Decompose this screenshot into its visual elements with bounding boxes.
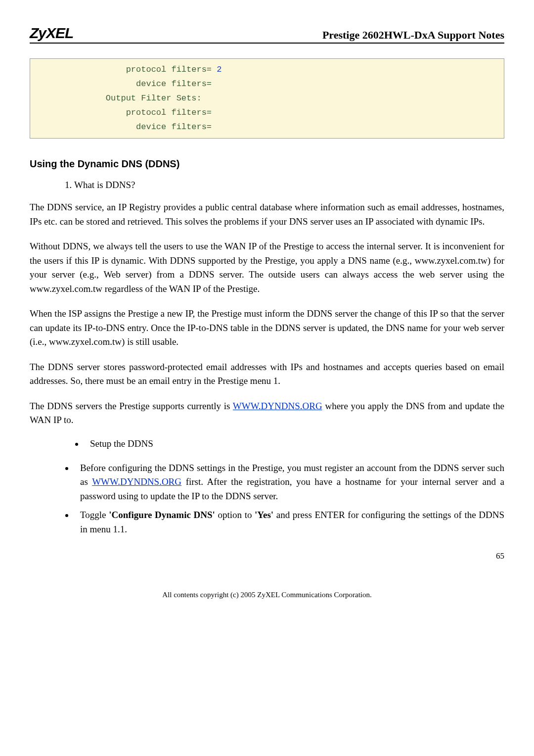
list-item: Toggle 'Configure Dynamic DNS' option to…: [74, 508, 504, 536]
page-title: Prestige 2602HWL-DxA Support Notes: [322, 29, 504, 42]
paragraph: Without DDNS, we always tell the users t…: [30, 239, 504, 296]
text-run: option to: [215, 510, 255, 520]
bullet-list: Setup the DDNS: [64, 438, 504, 449]
list-item: What is DDNS?: [74, 180, 504, 190]
code-line: device filters=: [35, 120, 499, 135]
code-line: protocol filters=: [35, 65, 217, 74]
numbered-list: What is DDNS?: [54, 180, 504, 190]
section-heading: Using the Dynamic DNS (DDNS): [30, 158, 504, 170]
paragraph: The DDNS service, an IP Registry provide…: [30, 200, 504, 229]
copyright-footer: All contents copyright (c) 2005 ZyXEL Co…: [30, 591, 504, 599]
page-header: ZyXEL Prestige 2602HWL-DxA Support Notes: [30, 25, 504, 44]
code-line: device filters=: [35, 77, 499, 92]
paragraph: The DDNS server stores password-protecte…: [30, 360, 504, 388]
paragraph: The DDNS servers the Prestige supports c…: [30, 399, 504, 427]
text-run: Toggle: [80, 510, 109, 520]
brand-logo: ZyXEL: [30, 25, 73, 42]
code-line: protocol filters=: [35, 106, 499, 120]
list-item: Setup the DDNS: [84, 438, 504, 449]
bold-text: 'Yes': [255, 510, 273, 520]
code-block: protocol filters= 2 device filters= Outp…: [30, 58, 504, 139]
bold-text: 'Configure Dynamic DNS': [109, 510, 215, 520]
code-line: Output Filter Sets:: [35, 92, 499, 106]
paragraph: When the ISP assigns the Prestige a new …: [30, 307, 504, 349]
dyndns-link[interactable]: WWW.DYNDNS.ORG: [92, 476, 181, 487]
bullet-list: Before configuring the DDNS settings in …: [54, 461, 504, 537]
code-value: 2: [217, 65, 222, 74]
list-item: Before configuring the DDNS settings in …: [74, 461, 504, 504]
dyndns-link[interactable]: WWW.DYNDNS.ORG: [233, 401, 322, 411]
text-run: The DDNS servers the Prestige supports c…: [30, 401, 233, 411]
page-number: 65: [30, 551, 504, 561]
